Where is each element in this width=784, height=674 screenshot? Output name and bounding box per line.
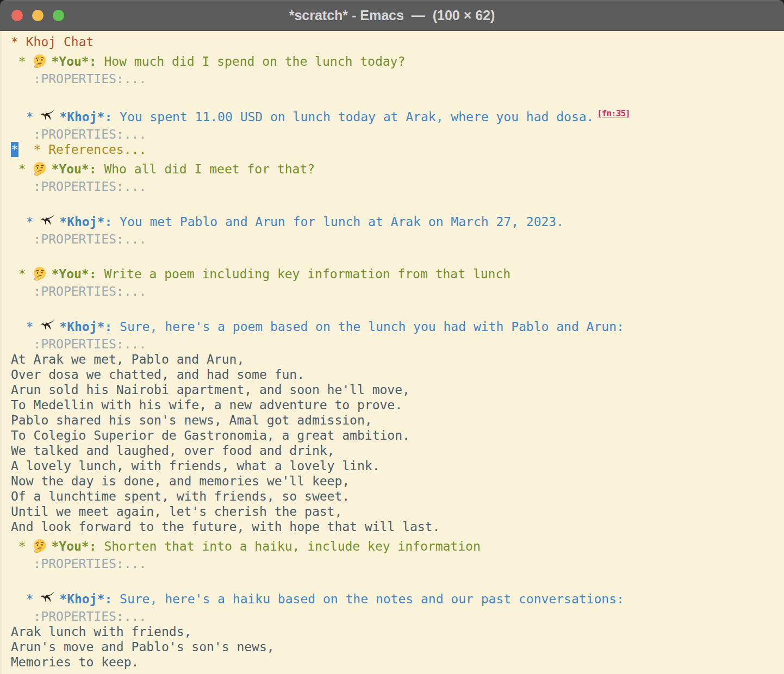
thinking-face-emoji: [33, 539, 47, 556]
poem-line[interactable]: To Colegio Superior de Gastronomia, a gr…: [11, 428, 784, 443]
thinking-face-emoji: [33, 161, 47, 179]
message-text: You met Pablo and Arun for lunch at Arak…: [120, 215, 564, 229]
org-star: *: [26, 214, 34, 229]
message-text: How much did I spend on the lunch today?: [104, 54, 405, 68]
poem-line[interactable]: Pablo shared his son's news, Amal got ad…: [11, 413, 784, 428]
message-text: Sure, here's a poem based on the lunch y…: [120, 320, 624, 334]
properties-drawer[interactable]: :PROPERTIES:...: [11, 232, 784, 247]
speaker-label: *Khoj*:: [59, 592, 112, 606]
org-heading-khoj-chat[interactable]: * Khoj Chat: [11, 34, 784, 49]
chat-message-khoj-3[interactable]: **Khoj*:Sure, here's a poem based on the…: [11, 319, 784, 336]
blank-line: [11, 86, 784, 102]
org-star: *: [26, 319, 34, 334]
org-star: *: [18, 266, 26, 282]
org-star: *: [11, 34, 18, 49]
poem-line[interactable]: We talked and laughed, over food and dri…: [11, 443, 784, 458]
blank-line: [11, 194, 784, 209]
close-button[interactable]: [11, 10, 23, 21]
poem-line[interactable]: To Medellin with his wife, a new adventu…: [11, 397, 784, 413]
poem-line[interactable]: Arun sold his Nairobi apartment, and soo…: [11, 382, 784, 397]
chat-message-you-2[interactable]: **You*:Who all did I meet for that?: [11, 161, 784, 179]
poem-line[interactable]: Over dosa we chatted, and had some fun.: [11, 367, 784, 382]
org-star: *: [18, 539, 26, 554]
message-text: Write a poem including key information f…: [104, 267, 511, 281]
org-star: *: [26, 591, 34, 607]
speaker-label: *Khoj*:: [59, 215, 112, 229]
poem-line[interactable]: Until we meet again, let's cherish the p…: [11, 504, 784, 519]
eagle-emoji: [40, 591, 55, 609]
haiku-line[interactable]: Arak lunch with friends,: [11, 624, 784, 639]
chat-message-you-4[interactable]: **You*:Shorten that into a haiku, includ…: [11, 539, 784, 556]
emacs-window: *scratch* - Emacs — (100 × 62) * Khoj Ch…: [0, 0, 784, 674]
speaker-label: *Khoj*:: [59, 110, 112, 124]
eagle-emoji: [40, 214, 55, 232]
org-star: *: [34, 142, 41, 157]
org-star: *: [18, 161, 26, 177]
maximize-button[interactable]: [53, 10, 64, 21]
speaker-label: *You*:: [51, 539, 96, 553]
window-title: *scratch* - Emacs — (100 × 62): [0, 8, 784, 23]
chat-message-you-3[interactable]: **You*:Write a poem including key inform…: [11, 266, 784, 284]
message-text: Sure, here's a haiku based on the notes …: [120, 592, 624, 606]
org-star: *: [18, 54, 26, 69]
traffic-lights: [11, 10, 64, 21]
properties-drawer[interactable]: :PROPERTIES:...: [11, 179, 784, 194]
properties-drawer[interactable]: :PROPERTIES:...: [11, 556, 784, 571]
titlebar[interactable]: *scratch* - Emacs — (100 × 62): [0, 0, 784, 31]
references-label[interactable]: References...: [48, 142, 146, 157]
speaker-label: *Khoj*:: [59, 320, 112, 334]
chat-message-khoj-2[interactable]: **Khoj*:You met Pablo and Arun for lunch…: [11, 214, 784, 232]
chat-message-khoj-4[interactable]: **Khoj*:Sure, here's a haiku based on th…: [11, 591, 784, 609]
haiku-line[interactable]: Memories to keep.: [11, 654, 784, 670]
editor-buffer[interactable]: * Khoj Chat **You*:How much did I spend …: [0, 31, 784, 674]
poem-line[interactable]: Of a lunchtime spent, with friends, so s…: [11, 489, 784, 504]
speaker-label: *You*:: [51, 54, 96, 68]
properties-drawer[interactable]: :PROPERTIES:...: [11, 71, 784, 86]
blank-line: [11, 247, 784, 262]
properties-drawer[interactable]: :PROPERTIES:...: [11, 284, 784, 299]
poem-line[interactable]: A lovely lunch, with friends, what a lov…: [11, 458, 784, 473]
poem-line[interactable]: And look forward to the future, with hop…: [11, 519, 784, 534]
thinking-face-emoji: [33, 266, 47, 284]
org-heading-references[interactable]: **References...: [11, 142, 784, 157]
properties-drawer[interactable]: :PROPERTIES:...: [11, 127, 784, 142]
footnote-link[interactable]: [fn:35]: [597, 108, 630, 118]
speaker-label: *You*:: [51, 162, 96, 176]
message-text: You spent 11.00 USD on lunch today at Ar…: [120, 110, 594, 124]
poem-line[interactable]: Now the day is done, and memories we'll …: [11, 473, 784, 489]
heading-title: Khoj Chat: [26, 35, 94, 49]
message-text: Who all did I meet for that?: [104, 162, 315, 176]
chat-message-khoj-1[interactable]: **Khoj*:You spent 11.00 USD on lunch tod…: [11, 106, 784, 127]
org-star: *: [26, 109, 34, 124]
thinking-face-emoji: [33, 54, 47, 71]
speaker-label: *You*:: [51, 267, 96, 281]
minimize-button[interactable]: [32, 10, 43, 21]
text-cursor: *: [11, 142, 18, 157]
properties-drawer[interactable]: :PROPERTIES:...: [11, 336, 784, 352]
properties-drawer[interactable]: :PROPERTIES:...: [11, 609, 784, 624]
eagle-emoji: [40, 109, 55, 127]
chat-message-you-1[interactable]: **You*:How much did I spend on the lunch…: [11, 54, 784, 71]
eagle-emoji: [40, 319, 55, 336]
blank-line: [11, 571, 784, 586]
poem-line[interactable]: At Arak we met, Pablo and Arun,: [11, 352, 784, 367]
blank-line: [11, 299, 784, 314]
message-text: Shorten that into a haiku, include key i…: [104, 539, 480, 553]
haiku-line[interactable]: Arun's move and Pablo's son's news,: [11, 639, 784, 654]
